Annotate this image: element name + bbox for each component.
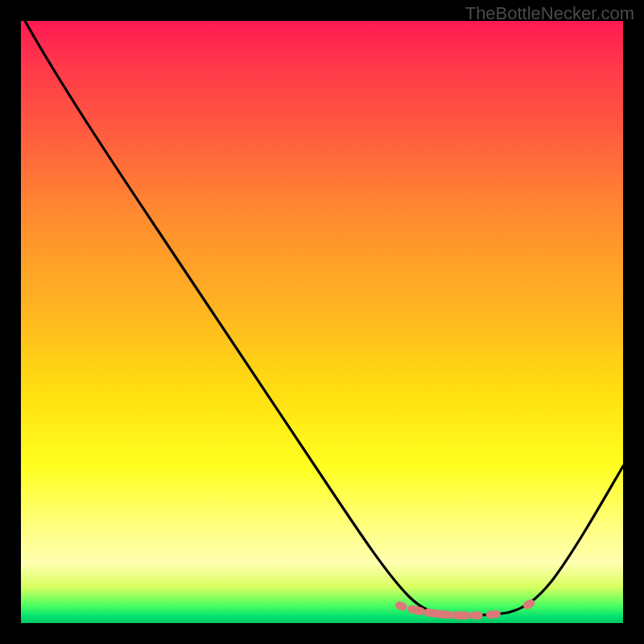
- chart-frame: TheBottleNecker.com: [0, 0, 644, 644]
- bottleneck-curve: [25, 21, 623, 615]
- plot-area: [21, 21, 623, 623]
- valley-markers: [399, 599, 538, 616]
- watermark-text: TheBottleNecker.com: [465, 3, 634, 24]
- curve-layer: [21, 21, 623, 623]
